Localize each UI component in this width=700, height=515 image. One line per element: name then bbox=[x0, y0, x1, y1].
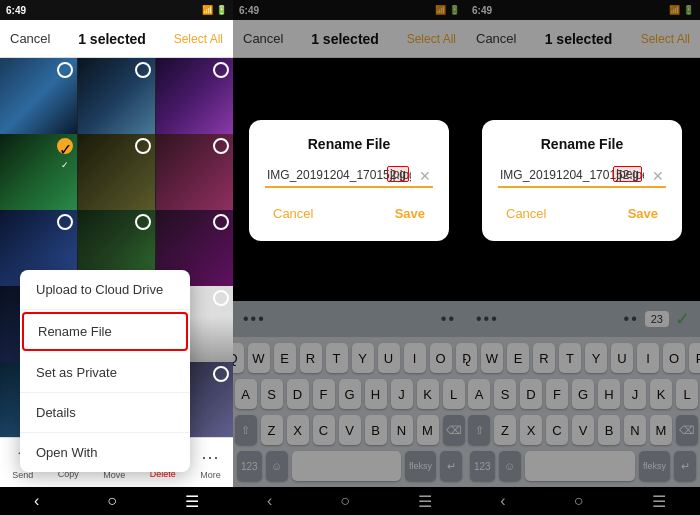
photo-cell[interactable] bbox=[78, 58, 155, 135]
select-circle bbox=[213, 214, 229, 230]
rename-actions-mid: Cancel Save bbox=[265, 202, 433, 225]
mid-panel: 6:49 📶 🔋 Cancel 1 selected Select All Re… bbox=[233, 0, 466, 515]
rename-save-mid[interactable]: Save bbox=[387, 202, 433, 225]
rename-dialog-right: Rename File jpeg ✕ Cancel Save bbox=[482, 120, 682, 241]
select-circle bbox=[213, 290, 229, 306]
select-circle bbox=[135, 214, 151, 230]
photo-cell[interactable] bbox=[0, 58, 77, 135]
context-upload[interactable]: Upload to Cloud Drive bbox=[20, 270, 190, 310]
status-bar-left: 6:49 📶 🔋 bbox=[0, 0, 233, 20]
select-circle bbox=[135, 138, 151, 154]
select-circle bbox=[57, 62, 73, 78]
rename-dialog-mid: Rename File jpg ✕ Cancel Save bbox=[249, 120, 449, 241]
rename-clear-mid[interactable]: ✕ bbox=[419, 168, 431, 184]
context-private[interactable]: Set as Private bbox=[20, 353, 190, 393]
more-icon: ⋯ bbox=[201, 446, 219, 468]
photo-cell[interactable] bbox=[156, 58, 233, 135]
selected-title-left: 1 selected bbox=[78, 31, 146, 47]
photo-cell[interactable] bbox=[156, 134, 233, 211]
nav-more[interactable]: ⋯ More bbox=[200, 446, 221, 480]
action-bar-left: Cancel 1 selected Select All bbox=[0, 20, 233, 58]
rename-cancel-right[interactable]: Cancel bbox=[498, 202, 554, 225]
dim-overlay-mid bbox=[233, 0, 466, 515]
cancel-button-left[interactable]: Cancel bbox=[10, 31, 50, 46]
select-circle bbox=[213, 366, 229, 382]
select-circle bbox=[57, 214, 73, 230]
recents-icon[interactable]: ☰ bbox=[185, 492, 199, 511]
left-panel: 6:49 📶 🔋 Cancel 1 selected Select All bbox=[0, 0, 233, 515]
select-circle bbox=[135, 62, 151, 78]
rename-save-right[interactable]: Save bbox=[620, 202, 666, 225]
rename-dialog-title-right: Rename File bbox=[498, 136, 666, 152]
status-icons-left: 📶 🔋 bbox=[202, 5, 227, 15]
rename-highlight-mid: jpg bbox=[387, 166, 409, 182]
dim-overlay-right bbox=[466, 0, 700, 515]
rename-input-wrap-right: jpeg ✕ bbox=[498, 164, 666, 188]
context-rename[interactable]: Rename File bbox=[22, 312, 188, 351]
right-panel: 6:49 📶 🔋 Cancel 1 selected Select All Re… bbox=[466, 0, 700, 515]
rename-actions-right: Cancel Save bbox=[498, 202, 666, 225]
rename-highlight-right: jpeg bbox=[613, 166, 642, 182]
context-open-with[interactable]: Open With bbox=[20, 433, 190, 472]
sys-nav-left: ‹ ○ ☰ bbox=[0, 487, 233, 515]
rename-input-wrap-mid: jpg ✕ bbox=[265, 164, 433, 188]
time-left: 6:49 bbox=[6, 5, 26, 16]
photo-cell[interactable]: ✓ bbox=[0, 134, 77, 211]
photo-cell[interactable] bbox=[78, 134, 155, 211]
rename-cancel-mid[interactable]: Cancel bbox=[265, 202, 321, 225]
select-circle bbox=[213, 62, 229, 78]
rename-clear-right[interactable]: ✕ bbox=[652, 168, 664, 184]
context-details[interactable]: Details bbox=[20, 393, 190, 433]
home-icon[interactable]: ○ bbox=[107, 492, 117, 510]
back-icon[interactable]: ‹ bbox=[34, 492, 39, 510]
context-menu: Upload to Cloud Drive Rename File Set as… bbox=[20, 270, 190, 472]
select-circle-selected: ✓ bbox=[57, 138, 73, 154]
select-circle bbox=[213, 138, 229, 154]
nav-more-label: More bbox=[200, 470, 221, 480]
rename-dialog-title-mid: Rename File bbox=[265, 136, 433, 152]
select-all-button-left[interactable]: Select All bbox=[174, 32, 223, 46]
